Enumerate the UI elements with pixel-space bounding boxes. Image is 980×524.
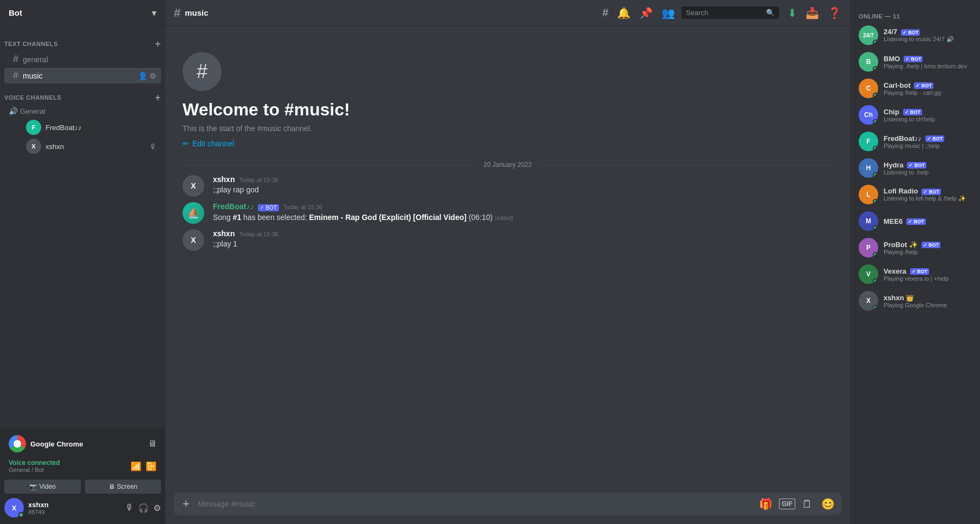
- settings-icon[interactable]: ⚙: [150, 72, 157, 80]
- voice-channel-general[interactable]: 🔊 General: [0, 105, 165, 118]
- member-name-hydra: Hydra ✓ BOT: [884, 161, 971, 169]
- voice-user-name-xshxn: xshxn: [46, 143, 64, 151]
- add-voice-channel-button[interactable]: +: [155, 93, 161, 102]
- mute-icon: 🎙: [150, 143, 157, 151]
- member-item-carlbot[interactable]: C Carl-bot ✓ BOT Playing !help - carl.gg: [854, 75, 976, 101]
- member-avatar-mee6: M: [859, 211, 878, 231]
- user-avatar: X: [4, 498, 24, 517]
- server-header[interactable]: Bot ▾: [0, 0, 165, 26]
- member-info-vexera: Vexera ✓ BOT Playing vexera.io | +help: [884, 267, 971, 282]
- voice-users-list: F FredBoat♪♪ X xshxn 🎙: [0, 118, 165, 156]
- add-text-channel-button[interactable]: +: [155, 39, 161, 49]
- member-status-mee6: [873, 225, 878, 231]
- add-attachment-button[interactable]: +: [178, 493, 194, 515]
- member-name-lofiradio: Lofi Radio ✓ BOT: [884, 187, 971, 195]
- member-subtext-bmo: Playing ./help | bmo.teritum.dev: [884, 63, 971, 69]
- member-subtext-vexera: Playing vexera.io | +help: [884, 275, 971, 282]
- message-text-input[interactable]: [198, 493, 752, 515]
- message-avatar-xshxn-3: X: [183, 229, 204, 251]
- message-username-2: FredBoat♪♪: [213, 202, 254, 211]
- member-info-mee6: MEE6 ✓ BOT: [884, 217, 971, 225]
- help-icon[interactable]: ❓: [828, 7, 841, 20]
- edit-channel-button[interactable]: ✏ Edit channel: [183, 139, 833, 148]
- member-name-fredboat: FredBoat♪♪ ✓ BOT: [884, 134, 971, 143]
- message-timestamp-2: Today at 15:36: [283, 204, 322, 210]
- gif-button[interactable]: GIF: [779, 499, 795, 509]
- member-info-lofiradio: Lofi Radio ✓ BOT Listening to lofi.help …: [884, 187, 971, 202]
- main-content: # music # 🔔 📌 👥 Search 🔍 ⬇ 📥 ❓ # Welcome…: [165, 0, 850, 524]
- member-status-chip: [873, 119, 878, 125]
- video-button[interactable]: 📷 Video: [4, 480, 81, 494]
- member-item-247[interactable]: 24/7 24/7 ✓ BOT Listening to music 24/7 …: [854, 22, 976, 48]
- member-subtext-fredboat: Playing music | ;;help: [884, 143, 971, 149]
- member-avatar-fredboat-list: F: [859, 132, 878, 151]
- download-icon[interactable]: ⬇: [788, 7, 797, 20]
- search-bar[interactable]: Search 🔍: [682, 7, 779, 19]
- message-timestamp-1: Today at 15:36: [239, 177, 278, 183]
- member-item-hydra[interactable]: H Hydra ✓ BOT Listening to .help: [854, 155, 976, 181]
- message-header-3: xshxn Today at 15:36: [213, 229, 833, 238]
- pin-icon[interactable]: 📌: [639, 7, 653, 20]
- member-item-chip[interactable]: Ch Chip ✓ BOT Listening to ch!help: [854, 102, 976, 128]
- member-info-hydra: Hydra ✓ BOT Listening to .help: [884, 161, 971, 176]
- message-text-1: ;;play rap god: [213, 185, 833, 196]
- gift-icon[interactable]: 🎁: [757, 495, 775, 513]
- bot-badge-fredboat: ✓ BOT: [258, 204, 279, 211]
- voice-user-fredboat[interactable]: F FredBoat♪♪: [22, 118, 161, 137]
- member-avatar-lofiradio: L: [859, 185, 878, 204]
- search-placeholder: Search: [686, 9, 708, 17]
- inbox-icon[interactable]: 📥: [806, 7, 819, 20]
- channel-welcome-title: Welcome to #music!: [183, 100, 833, 120]
- channel-item-general[interactable]: # general: [4, 51, 161, 67]
- notification-bell-icon[interactable]: 🔔: [617, 7, 631, 20]
- voice-connected-label: Voice connected: [9, 459, 60, 467]
- hashtag-icon[interactable]: #: [602, 7, 608, 19]
- user-info-row: X xshxn #8749 🎙 🎧 ⚙: [4, 496, 161, 520]
- screen-share-icon[interactable]: 🖥: [148, 439, 157, 449]
- member-info-247: 24/7 ✓ BOT Listening to music 24/7 🔊: [884, 28, 971, 43]
- voice-signal-icon[interactable]: 📶: [131, 461, 141, 471]
- member-item-mee6[interactable]: M MEE6 ✓ BOT: [854, 208, 976, 234]
- topbar: # music # 🔔 📌 👥 Search 🔍 ⬇ 📥 ❓: [165, 0, 850, 26]
- member-info-xshxn: xshxn 👑 Playing Google Chrome: [884, 294, 971, 308]
- voice-channel-name: General: [20, 107, 45, 115]
- members-icon[interactable]: 👥: [661, 7, 675, 20]
- video-icon: 📷: [29, 483, 37, 490]
- member-item-probot[interactable]: P ProBot ✨ ✓ BOT Playing /help: [854, 235, 976, 261]
- message-text-2: Song #1 has been selected: Eminem - Rap …: [213, 212, 833, 223]
- member-status-probot: [873, 252, 878, 257]
- speaker-icon: 🔊: [9, 107, 18, 115]
- member-status-247: [873, 40, 878, 45]
- member-item-fredboat[interactable]: F FredBoat♪♪ ✓ BOT Playing music | ;;hel…: [854, 128, 976, 154]
- headset-icon[interactable]: 🎧: [138, 503, 149, 513]
- members-list: ONLINE — 11 24/7 24/7 ✓ BOT Listening to…: [850, 0, 980, 524]
- bot-badge-fredboat-list: ✓ BOT: [925, 135, 945, 142]
- bot-badge-bmo: ✓ BOT: [904, 56, 923, 62]
- member-info-chip: Chip ✓ BOT Listening to ch!help: [884, 108, 971, 122]
- voice-channel-info: General / Bot: [9, 467, 60, 473]
- emoji-icon[interactable]: 😊: [819, 495, 837, 513]
- screen-button[interactable]: 🖥 Screen: [85, 480, 161, 494]
- member-item-xshxn[interactable]: X xshxn 👑 Playing Google Chrome: [854, 288, 976, 314]
- member-status-xshxn: [873, 305, 878, 310]
- member-avatar-chip: Ch: [859, 105, 878, 125]
- message-timestamp-3: Today at 15:36: [239, 231, 278, 237]
- member-item-bmo[interactable]: B BMO ✓ BOT Playing ./help | bmo.teritum…: [854, 49, 976, 75]
- mute-mic-icon[interactable]: 🎙: [125, 503, 134, 513]
- message-bar: + 🎁 GIF 🗒 😊: [165, 493, 850, 524]
- bot-badge-carlbot: ✓ BOT: [914, 82, 933, 89]
- channel-list: TEXT CHANNELS + # general # music 👤 ⚙ VO…: [0, 26, 165, 429]
- topbar-hash-icon: #: [174, 6, 180, 20]
- add-member-icon[interactable]: 👤: [138, 72, 147, 80]
- sticker-icon[interactable]: 🗒: [800, 496, 815, 513]
- voice-user-xshxn[interactable]: X xshxn 🎙: [22, 137, 161, 156]
- message-header-2: FredBoat♪♪ ✓ BOT Today at 15:36: [213, 202, 833, 211]
- channel-item-music[interactable]: # music 👤 ⚙: [4, 68, 161, 83]
- member-item-lofiradio[interactable]: L Lofi Radio ✓ BOT Listening to lofi.hel…: [854, 182, 976, 208]
- chrome-app-name: Google Chrome: [30, 440, 141, 448]
- user-panel: Google Chrome 🖥 Voice connected General …: [0, 429, 165, 524]
- user-settings-icon[interactable]: ⚙: [153, 503, 161, 513]
- phone-leave-icon[interactable]: 📴: [146, 461, 157, 471]
- member-status-vexera: [873, 279, 878, 284]
- member-item-vexera[interactable]: V Vexera ✓ BOT Playing vexera.io | +help: [854, 261, 976, 287]
